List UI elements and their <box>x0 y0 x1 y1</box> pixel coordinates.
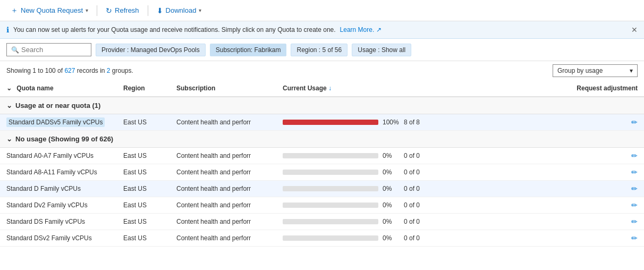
usage-count: 8 of 8 <box>404 119 425 126</box>
records-text-end: groups. <box>111 67 133 74</box>
edit-icon[interactable]: ✏ <box>631 217 638 226</box>
edit-icon[interactable]: ✏ <box>631 118 638 126</box>
subscription-cell: Content health and perforr <box>170 148 276 164</box>
filter-bar: 🔍 Provider : Managed DevOps Pools Subscr… <box>0 39 644 61</box>
subscription-cell: Content health and perforr <box>170 197 276 214</box>
usage-count: 0 of 0 <box>404 201 425 209</box>
subscription-cell: Content health and perforr <box>170 181 276 197</box>
table-row: Standard DS Family vCPUsEast USContent h… <box>0 214 644 230</box>
collapse-icon[interactable]: ⌄ <box>6 135 12 143</box>
quota-name-cell: Standard DADSv5 Family vCPUs <box>0 114 117 131</box>
region-filter-pill[interactable]: Region : 5 of 56 <box>291 44 348 56</box>
learn-more-text: Learn More. <box>340 26 375 33</box>
col-header-usage-label: Current Usage ↓ <box>283 85 332 92</box>
usage-bar-container <box>283 153 378 158</box>
usage-percent: 0% <box>383 201 400 209</box>
table-container: ⌄ Quota name Region Subscription Current… <box>0 80 644 247</box>
provider-filter-pill[interactable]: Provider : Managed DevOps Pools <box>96 44 206 56</box>
download-label: Download <box>166 6 197 14</box>
col-header-checkbox-icon: ⌄ <box>6 85 12 92</box>
group-header-cell: ⌄Usage at or near quota (1) <box>0 97 644 114</box>
group-header-row: ⌄Usage at or near quota (1) <box>0 97 644 114</box>
search-box[interactable]: 🔍 <box>6 43 91 56</box>
group-header-row: ⌄No usage (Showing 99 of 626) <box>0 131 644 148</box>
usage-cell: 100%8 of 8 <box>276 114 446 131</box>
search-input[interactable] <box>21 46 85 54</box>
new-quota-chevron: ▾ <box>86 7 88 13</box>
table-row: Standard DADSv5 Family vCPUsEast USConte… <box>0 114 644 131</box>
region-cell: East US <box>117 230 170 247</box>
subscription-cell: Content health and perforr <box>170 214 276 230</box>
subscription-filter-pill[interactable]: Subscription: Fabrikam <box>210 44 287 56</box>
usage-count: 0 of 0 <box>404 152 425 159</box>
records-info: Showing 1 to 100 of 627 records in 2 gro… <box>6 67 133 74</box>
region-cell: East US <box>117 114 170 131</box>
download-chevron: ▾ <box>199 7 201 13</box>
group-header-cell: ⌄No usage (Showing 99 of 626) <box>0 131 644 148</box>
usage-bar-fill <box>283 120 378 125</box>
usage-cell: 0%0 of 0 <box>276 230 446 247</box>
records-text-mid: records in <box>75 67 106 74</box>
learn-more-link[interactable]: Learn More. ↗ <box>340 26 382 33</box>
subscription-cell: Content health and perforr <box>170 230 276 247</box>
usage-percent: 0% <box>383 234 400 242</box>
search-icon: 🔍 <box>11 46 19 54</box>
info-icon: ℹ <box>6 26 9 34</box>
usage-percent: 0% <box>383 185 400 192</box>
edit-icon[interactable]: ✏ <box>631 168 638 176</box>
usage-count: 0 of 0 <box>404 234 425 242</box>
external-link-icon: ↗ <box>376 26 382 33</box>
usage-bar-container <box>283 219 378 224</box>
quota-name-value: Standard Dv2 Family vCPUs <box>0 197 117 214</box>
usage-count: 0 of 0 <box>404 185 425 192</box>
request-adjustment-cell: ✏ <box>446 148 644 164</box>
edit-icon[interactable]: ✏ <box>631 184 638 193</box>
col-header-sub-label: Subscription <box>176 85 215 92</box>
col-header-region: Region <box>117 80 170 97</box>
refresh-label: Refresh <box>115 6 139 14</box>
usage-percent: 0% <box>383 168 400 176</box>
refresh-icon: ↻ <box>106 6 112 15</box>
col-header-current-usage: Current Usage ↓ <box>276 80 446 97</box>
region-cell: East US <box>117 197 170 214</box>
usage-bar-container <box>283 203 378 208</box>
subscription-cell: Content health and perforr <box>170 164 276 181</box>
usage-filter-pill[interactable]: Usage : Show all <box>352 44 411 56</box>
edit-icon[interactable]: ✏ <box>631 201 638 209</box>
col-header-quota-label: Quota name <box>16 85 53 92</box>
plus-icon: ＋ <box>11 6 18 15</box>
info-message: You can now set up alerts for your Quota… <box>13 26 336 33</box>
records-groups: 2 <box>107 67 111 74</box>
quota-name-value: Standard DSv2 Family vCPUs <box>0 230 117 247</box>
table-row: Standard Dv2 Family vCPUsEast USContent … <box>0 197 644 214</box>
edit-icon[interactable]: ✏ <box>631 234 638 242</box>
info-bar: ℹ You can now set up alerts for your Quo… <box>0 21 644 39</box>
new-quota-button[interactable]: ＋ New Quota Request ▾ <box>6 4 92 18</box>
quota-table: ⌄ Quota name Region Subscription Current… <box>0 80 644 247</box>
usage-bar-container <box>283 170 378 175</box>
request-adjustment-cell: ✏ <box>446 181 644 197</box>
edit-icon[interactable]: ✏ <box>631 151 638 160</box>
quota-name-value: Standard A8-A11 Family vCPUs <box>0 164 117 181</box>
usage-percent: 0% <box>383 218 400 225</box>
refresh-button[interactable]: ↻ Refresh <box>101 4 143 17</box>
request-adjustment-cell: ✏ <box>446 197 644 214</box>
usage-filter-label: Usage : Show all <box>358 46 405 54</box>
records-bar: Showing 1 to 100 of 627 records in 2 gro… <box>0 61 644 80</box>
table-row: Standard DSv2 Family vCPUsEast USContent… <box>0 230 644 247</box>
quota-name-value: Standard DADSv5 Family vCPUs <box>6 117 105 127</box>
request-adjustment-cell: ✏ <box>446 214 644 230</box>
download-icon: ⬇ <box>157 6 163 15</box>
new-quota-label: New Quota Request <box>21 6 83 14</box>
request-adjustment-cell: ✏ <box>446 114 644 131</box>
region-filter-label: Region : 5 of 56 <box>296 46 342 54</box>
quota-name-value: Standard A0-A7 Family vCPUs <box>0 148 117 164</box>
info-bar-close-button[interactable]: ✕ <box>631 26 638 34</box>
request-adjustment-cell: ✏ <box>446 164 644 181</box>
download-button[interactable]: ⬇ Download ▾ <box>152 4 206 17</box>
table-header: ⌄ Quota name Region Subscription Current… <box>0 80 644 97</box>
group-by-label: Group by usage <box>557 67 603 74</box>
usage-cell: 0%0 of 0 <box>276 197 446 214</box>
collapse-icon[interactable]: ⌄ <box>6 102 12 109</box>
group-by-select[interactable]: Group by usage ▾ <box>553 64 638 77</box>
